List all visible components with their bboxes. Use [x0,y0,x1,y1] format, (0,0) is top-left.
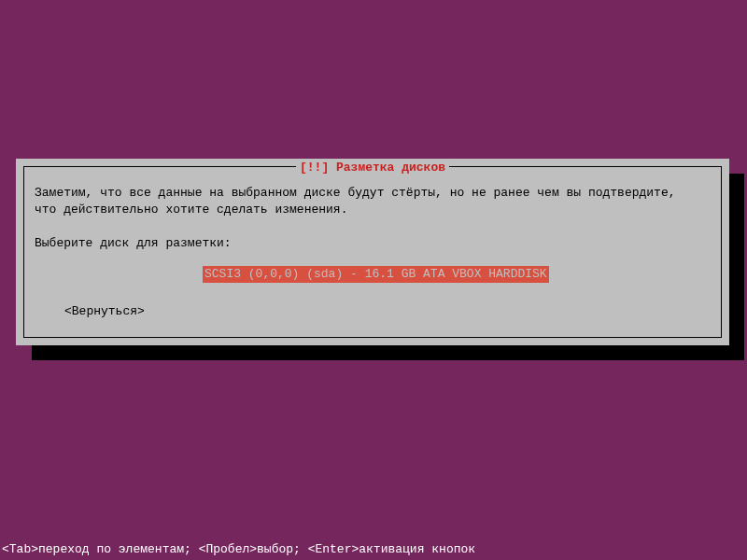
dialog-title: [!!] Разметка дисков [296,161,449,175]
partition-dialog: [!!] Разметка дисков Заметим, что все да… [16,159,729,345]
dialog-body-text: Заметим, что все данные на выбранном дис… [35,185,711,218]
dialog-prompt: Выберите диск для разметки: [35,235,711,252]
back-button[interactable]: <Вернуться> [64,303,145,320]
footer-hint: <Tab>переход по элементам; <Пробел>выбор… [2,542,475,556]
disk-option[interactable]: SCSI3 (0,0,0) (sda) - 16.1 GB ATA VBOX H… [203,266,549,283]
